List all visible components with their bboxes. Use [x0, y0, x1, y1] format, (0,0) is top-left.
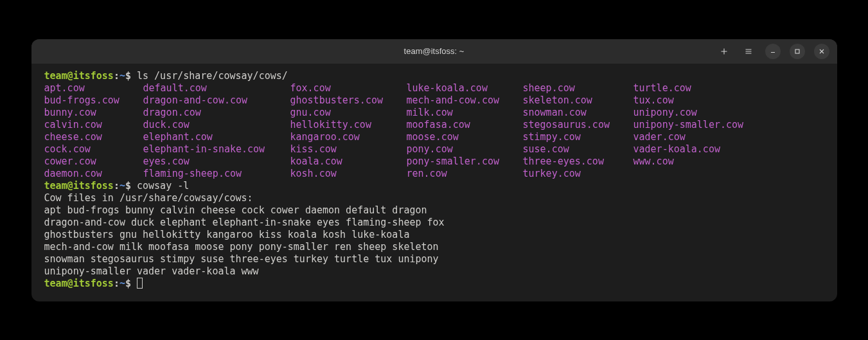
ls-file: milk.cow: [407, 107, 523, 119]
ls-file: pony-smaller.cow: [407, 156, 523, 168]
cursor: [137, 278, 143, 289]
ls-file: eyes.cow: [143, 156, 290, 168]
ls-file: unipony.cow: [633, 107, 697, 119]
new-tab-button[interactable]: [716, 44, 732, 59]
ls-row: cock.cowelephant-in-snake.cowkiss.cowpon…: [44, 143, 824, 156]
minimize-button[interactable]: [765, 44, 781, 59]
prompt-colon: :: [114, 278, 120, 289]
ls-file: tux.cow: [633, 94, 674, 107]
terminal-body[interactable]: team@itsfoss:~$ ls /usr/share/cowsay/cow…: [31, 64, 837, 301]
svg-rect-0: [795, 49, 799, 53]
ls-file: sheep.cow: [523, 82, 633, 94]
ls-file: elephant.cow: [143, 131, 290, 143]
prompt-path: ~: [120, 180, 125, 192]
prompt-line: team@itsfoss:~$ cowsay -l: [44, 180, 824, 192]
terminal-window: team@itsfoss: ~ team@itsfoss:~$ ls /usr/…: [31, 39, 837, 301]
ls-file: dragon-and-cow.cow: [143, 94, 290, 107]
titlebar: team@itsfoss: ~: [31, 39, 837, 64]
ls-file: bunny.cow: [44, 107, 143, 119]
ls-file: kosh.cow: [290, 168, 407, 180]
ls-file: pony.cow: [407, 143, 523, 156]
ls-file: apt.cow: [44, 82, 143, 94]
maximize-icon: [793, 48, 801, 55]
ls-file: vader-koala.cow: [633, 143, 720, 156]
prompt-line: team@itsfoss:~$ ls /usr/share/cowsay/cow…: [44, 70, 824, 82]
menu-button[interactable]: [741, 44, 756, 59]
ls-file: ren.cow: [407, 168, 523, 180]
output-line: snowman stegosaurus stimpy suse three-ey…: [44, 253, 824, 265]
prompt-path: ~: [120, 278, 125, 289]
output-line: dragon-and-cow duck elephant elephant-in…: [44, 217, 824, 229]
cursor-area: [131, 278, 143, 289]
ls-file: daemon.cow: [44, 168, 143, 180]
output-line: Cow files in /usr/share/cowsay/cows:: [44, 192, 824, 204]
ls-file: bud-frogs.cow: [44, 94, 143, 107]
ls-file: skeleton.cow: [523, 94, 633, 107]
prompt-user-host: team@itsfoss: [44, 278, 114, 289]
ls-output: apt.cowdefault.cowfox.cowluke-koala.cows…: [44, 82, 824, 180]
ls-file: vader.cow: [633, 131, 686, 143]
prompt-colon: :: [114, 180, 120, 192]
ls-file: cock.cow: [44, 143, 143, 156]
ls-file: suse.cow: [523, 143, 633, 156]
ls-file: three-eyes.cow: [523, 156, 633, 168]
ls-file: moose.cow: [407, 131, 523, 143]
ls-file: hellokitty.cow: [290, 119, 407, 131]
ls-row: apt.cowdefault.cowfox.cowluke-koala.cows…: [44, 82, 824, 94]
ls-file: snowman.cow: [523, 107, 633, 119]
ls-file: cheese.cow: [44, 131, 143, 143]
minimize-icon: [769, 48, 777, 55]
ls-row: bunny.cowdragon.cowgnu.cowmilk.cowsnowma…: [44, 107, 824, 119]
ls-file: luke-koala.cow: [407, 82, 523, 94]
titlebar-controls: [716, 44, 829, 59]
ls-file: turtle.cow: [633, 82, 691, 94]
ls-file: flaming-sheep.cow: [143, 168, 290, 180]
window-title: team@itsfoss: ~: [404, 46, 465, 56]
close-icon: [818, 48, 826, 55]
prompt-symbol: $: [125, 70, 131, 82]
prompt-path: ~: [120, 70, 125, 82]
ls-row: daemon.cowflaming-sheep.cowkosh.cowren.c…: [44, 168, 824, 180]
prompt-user-host: team@itsfoss: [44, 70, 114, 82]
ls-file: ghostbusters.cow: [290, 94, 407, 107]
command-text: cowsay -l: [131, 180, 189, 192]
plus-icon: [720, 48, 728, 55]
ls-row: cower.coweyes.cowkoala.cowpony-smaller.c…: [44, 156, 824, 168]
output-line: ghostbusters gnu hellokitty kangaroo kis…: [44, 229, 824, 241]
ls-file: mech-and-cow.cow: [407, 94, 523, 107]
ls-file: turkey.cow: [523, 168, 633, 180]
command-text: ls /usr/share/cowsay/cows/: [131, 70, 288, 82]
ls-file: gnu.cow: [290, 107, 407, 119]
ls-file: elephant-in-snake.cow: [143, 143, 290, 156]
cowsay-output: Cow files in /usr/share/cowsay/cows:apt …: [44, 192, 824, 278]
ls-row: bud-frogs.cowdragon-and-cow.cowghostbust…: [44, 94, 824, 107]
ls-file: www.cow: [633, 156, 674, 168]
ls-file: fox.cow: [290, 82, 407, 94]
prompt-symbol: $: [125, 278, 131, 289]
ls-file: default.cow: [143, 82, 290, 94]
ls-file: calvin.cow: [44, 119, 143, 131]
ls-row: calvin.cowduck.cowhellokitty.cowmoofasa.…: [44, 119, 824, 131]
ls-file: dragon.cow: [143, 107, 290, 119]
prompt-colon: :: [114, 70, 120, 82]
ls-file: kiss.cow: [290, 143, 407, 156]
output-line: apt bud-frogs bunny calvin cheese cock c…: [44, 204, 824, 217]
hamburger-icon: [745, 48, 752, 55]
close-button[interactable]: [814, 44, 829, 59]
prompt-symbol: $: [125, 180, 131, 192]
ls-file: moofasa.cow: [407, 119, 523, 131]
ls-file: duck.cow: [143, 119, 290, 131]
output-line: unipony-smaller vader vader-koala www: [44, 265, 824, 278]
maximize-button[interactable]: [790, 44, 805, 59]
ls-file: stegosaurus.cow: [523, 119, 633, 131]
prompt-line: team@itsfoss:~$: [44, 278, 824, 290]
prompt-user-host: team@itsfoss: [44, 180, 114, 192]
ls-file: kangaroo.cow: [290, 131, 407, 143]
ls-file: koala.cow: [290, 156, 407, 168]
ls-file: stimpy.cow: [523, 131, 633, 143]
ls-row: cheese.cowelephant.cowkangaroo.cowmoose.…: [44, 131, 824, 143]
output-line: mech-and-cow milk moofasa moose pony pon…: [44, 241, 824, 253]
ls-file: unipony-smaller.cow: [633, 119, 744, 131]
ls-file: cower.cow: [44, 156, 143, 168]
